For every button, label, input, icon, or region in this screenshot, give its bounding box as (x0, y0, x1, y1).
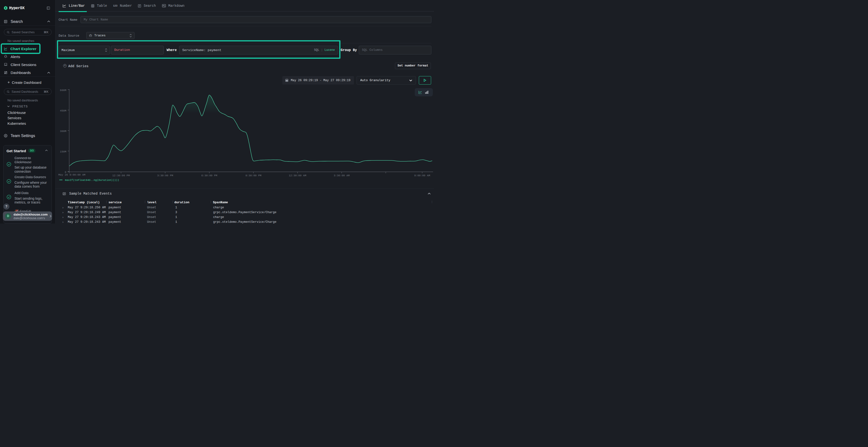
svg-text:3:30:00 AM: 3:30:00 AM (334, 174, 350, 177)
svg-text:May 26 9:00:00 AM: May 26 9:00:00 AM (58, 173, 85, 176)
svg-text:9:00:00 AM: 9:00:00 AM (414, 174, 430, 177)
svg-text:12:30:00 AM: 12:30:00 AM (289, 174, 306, 177)
svg-text:600M: 600M (60, 89, 66, 92)
svg-text:9:30:00 PM: 9:30:00 PM (245, 174, 261, 177)
svg-text:300M: 300M (60, 130, 66, 133)
svg-text:3:30:00 PM: 3:30:00 PM (157, 174, 173, 177)
svg-text:12:30:00 PM: 12:30:00 PM (112, 174, 130, 177)
svg-text:450M: 450M (60, 109, 66, 112)
svg-text:6:30:00 PM: 6:30:00 PM (201, 174, 217, 177)
svg-text:150M: 150M (60, 150, 66, 153)
